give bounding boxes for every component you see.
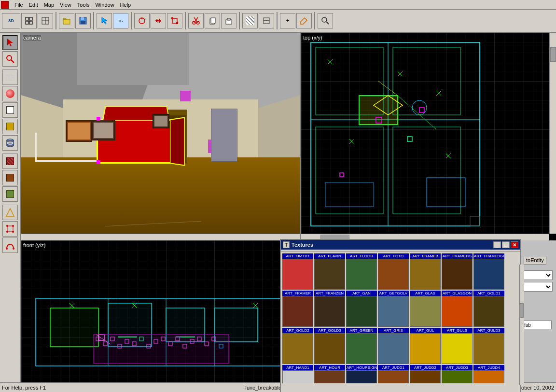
toolbar-btn5[interactable] bbox=[167, 13, 182, 28]
texture-item[interactable]: ART_GULS bbox=[442, 328, 473, 364]
toolbar-btn3[interactable]: IG bbox=[113, 13, 128, 28]
toolbar-texture-btn[interactable] bbox=[242, 13, 258, 28]
texture-name: ART_GUL bbox=[410, 328, 441, 333]
tool-vertex[interactable] bbox=[2, 221, 18, 237]
texture-item[interactable]: ART_JUDD4 bbox=[473, 365, 504, 383]
tool-entity[interactable] bbox=[2, 86, 18, 101]
brush-icon bbox=[300, 16, 308, 25]
textures-close-btn[interactable]: ✕ bbox=[511, 241, 518, 248]
svg-point-40 bbox=[6, 248, 8, 250]
svg-point-30 bbox=[8, 76, 12, 80]
move-icon bbox=[154, 16, 163, 25]
texture-item[interactable]: ART_JUDD1 bbox=[378, 365, 409, 383]
texture-item[interactable]: ART_FRAMEB bbox=[410, 253, 441, 290]
texture-item[interactable]: ART_FRANZEN bbox=[314, 291, 345, 327]
menu-help[interactable]: Help bbox=[117, 2, 134, 8]
toolbar-cut-btn[interactable] bbox=[188, 13, 204, 28]
texture-item[interactable]: ART_JUDD3 bbox=[442, 365, 473, 383]
tool-paint[interactable] bbox=[2, 154, 18, 169]
toolbar-open-btn[interactable] bbox=[59, 13, 74, 28]
texture-name: ART_FRAMEDGL bbox=[473, 253, 504, 259]
menu-file[interactable]: File bbox=[12, 2, 26, 8]
texture-name: ART_JUDD4 bbox=[473, 365, 504, 370]
texture-item[interactable]: ART_GLASGON bbox=[442, 291, 473, 327]
texture-item[interactable]: ART_GLAS bbox=[410, 291, 441, 327]
tool-path[interactable] bbox=[2, 238, 18, 253]
texture-item[interactable]: ART_GOLD3 bbox=[314, 328, 345, 364]
tool-wedge[interactable] bbox=[2, 119, 18, 134]
toolbar-3d-btn[interactable]: 3D bbox=[2, 13, 20, 28]
texture-item[interactable]: ART_HAND1 bbox=[282, 365, 313, 383]
menu-window[interactable]: Window bbox=[92, 2, 117, 8]
tool-camera[interactable] bbox=[2, 70, 18, 85]
texture-item[interactable]: ART_GOLD1 bbox=[473, 291, 504, 327]
textures-vscroll-thumb[interactable] bbox=[520, 303, 524, 318]
textures-maximize-btn[interactable]: □ bbox=[502, 241, 510, 248]
toolbar-grid-btn1[interactable] bbox=[21, 13, 37, 28]
texture-item[interactable]: ART_GAN bbox=[346, 291, 377, 327]
toolbar-save-btn[interactable] bbox=[75, 13, 91, 28]
tool-magnify[interactable] bbox=[2, 51, 18, 67]
texture-thumbnail bbox=[378, 333, 409, 364]
textures-filter-input[interactable] bbox=[524, 321, 552, 329]
texture-item[interactable]: ART_FLAVIN bbox=[314, 253, 345, 290]
tool-clip[interactable] bbox=[2, 205, 18, 220]
tool-cylinder[interactable] bbox=[2, 135, 18, 151]
toolbar-vertex-btn[interactable]: ✦ bbox=[280, 13, 295, 28]
texture-name: ART_FLOOR bbox=[346, 253, 377, 259]
menu-tools[interactable]: Tools bbox=[74, 2, 93, 8]
toolbar-btn6[interactable] bbox=[259, 13, 274, 28]
texture-item[interactable]: ART_GREEN bbox=[346, 328, 377, 364]
texture-item[interactable]: ART_FLOOR bbox=[346, 253, 377, 290]
toolbar-select-btn[interactable] bbox=[97, 13, 112, 28]
texture-thumbnail bbox=[410, 370, 441, 383]
textures-window-controls: _ □ ✕ bbox=[493, 241, 518, 248]
toolbar-rot-btn[interactable] bbox=[134, 13, 150, 28]
textures-dropdown1[interactable] bbox=[524, 270, 553, 280]
texture-item[interactable]: ART_FRAMEDG bbox=[442, 253, 473, 290]
texture-item[interactable]: ART_HOURSIGN bbox=[346, 365, 377, 383]
textures-dropdown2[interactable] bbox=[524, 282, 553, 292]
texture-name: ART_GETGOLV bbox=[378, 291, 409, 296]
tool-decal[interactable] bbox=[2, 170, 18, 185]
texture-thumbnail bbox=[410, 333, 441, 364]
tool-pointer[interactable] bbox=[2, 35, 18, 50]
camera-icon bbox=[5, 72, 15, 82]
top-view-vscroll[interactable] bbox=[549, 33, 556, 234]
toolbar-paste-btn[interactable] bbox=[221, 13, 236, 28]
texture-item[interactable]: ART_GOLD2 bbox=[282, 328, 313, 364]
textures-panel: T Textures _ □ ✕ ART_FIMTXTART_FLAVINART… bbox=[280, 239, 521, 392]
menu-map[interactable]: Map bbox=[41, 2, 57, 8]
scene-3d[interactable] bbox=[21, 33, 300, 240]
toolbar-btn7[interactable] bbox=[296, 13, 312, 28]
camera-hscroll[interactable] bbox=[21, 234, 300, 240]
texture-item[interactable]: ART_FRAMEDGL bbox=[473, 253, 504, 290]
svg-line-26 bbox=[326, 22, 329, 24]
tool-block[interactable] bbox=[2, 102, 18, 118]
texture-name: ART_FIMTXT bbox=[282, 253, 313, 259]
textures-grid[interactable]: ART_FIMTXTART_FLAVINART_FLOORART_FOTOART… bbox=[281, 252, 520, 383]
texture-item[interactable]: ART_GUL bbox=[410, 328, 441, 364]
to-entity-btn[interactable]: toEntity bbox=[524, 256, 546, 265]
toolbar-copy-btn[interactable] bbox=[205, 13, 220, 28]
texture-item[interactable]: ART_GETGOLV bbox=[378, 291, 409, 327]
texture-item[interactable]: ART_GRIS bbox=[378, 328, 409, 364]
toolbar: 3D IG ✦ bbox=[0, 10, 556, 33]
texture-item[interactable]: ART_FIMTXT bbox=[282, 253, 313, 290]
menu-view[interactable]: View bbox=[57, 2, 74, 8]
top-view-vscroll-thumb[interactable] bbox=[550, 47, 556, 62]
textures-titlebar[interactable]: T Textures _ □ ✕ bbox=[281, 240, 520, 250]
texture-item[interactable]: ART_FRAMER bbox=[282, 291, 313, 327]
svg-marker-34 bbox=[6, 209, 14, 216]
texture-item[interactable]: ART_FOTO bbox=[378, 253, 409, 290]
textures-minimize-btn[interactable]: _ bbox=[493, 241, 501, 248]
textures-vscroll[interactable] bbox=[519, 265, 524, 385]
toolbar-zoom-btn[interactable] bbox=[318, 13, 333, 28]
tool-overlay[interactable] bbox=[2, 186, 18, 202]
toolbar-grid-btn2[interactable] bbox=[38, 13, 53, 28]
texture-item[interactable]: ART_GULD3 bbox=[473, 328, 504, 364]
menu-edit[interactable]: Edit bbox=[26, 2, 41, 8]
toolbar-btn4[interactable] bbox=[151, 13, 166, 28]
texture-item[interactable]: ART_HOUR bbox=[314, 365, 345, 383]
texture-item[interactable]: ART_JUDD2 bbox=[410, 365, 441, 383]
